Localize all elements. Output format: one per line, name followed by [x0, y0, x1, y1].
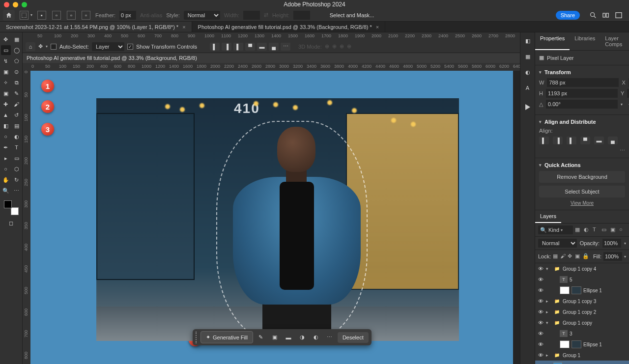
auto-select-checkbox[interactable]	[51, 44, 57, 50]
layer-row[interactable]: 👁▾📁Group 1 copy 4	[535, 263, 629, 274]
search-icon[interactable]	[589, 11, 598, 20]
more-align-icon[interactable]: ⋯	[281, 43, 290, 51]
background-color-swatch[interactable]	[11, 207, 19, 215]
layer-row[interactable]: 👁T5	[535, 274, 629, 285]
blend-mode-select[interactable]: Normal	[538, 239, 577, 248]
intersect-selection-icon[interactable]: ▫	[82, 11, 90, 20]
modify-selection-icon[interactable]: ✎	[255, 332, 267, 343]
adjustments-panel-icon[interactable]: ◐	[523, 68, 532, 77]
doc-tab-1[interactable]: Screenshot 2023-12-21 at 1.55.54 PM.png …	[0, 22, 192, 32]
visibility-toggle-icon[interactable]: 👁	[537, 298, 544, 304]
doc-tab-2[interactable]: Photoshop AI generative fill tutorial.ps…	[192, 22, 386, 32]
more-tools-icon[interactable]: ⋯	[12, 186, 22, 196]
layer-row[interactable]: 👁Ellipse 1	[535, 339, 629, 350]
align-center-h-icon[interactable]: ▐	[553, 137, 563, 144]
lasso-tool-icon[interactable]: ↯	[1, 56, 11, 66]
align-bottom-icon[interactable]: ▄	[269, 43, 279, 51]
arrange-documents-icon[interactable]	[614, 11, 623, 20]
ellipse-shape-tool-icon[interactable]: ○	[1, 164, 11, 174]
ellipse-marquee-tool-icon[interactable]: ◯	[12, 45, 22, 55]
filter-pixel-icon[interactable]: ▦	[575, 226, 582, 233]
layer-row[interactable]: 👁▸📁Group 1	[535, 350, 629, 361]
rectangle-tool-icon[interactable]: ▭	[12, 153, 22, 163]
rotate-view-tool-icon[interactable]: ↻	[12, 175, 22, 185]
visibility-toggle-icon[interactable]: 👁	[537, 352, 544, 358]
align-center-h-icon[interactable]: ▐	[222, 43, 231, 51]
inner-home-icon[interactable]: ⌂	[26, 42, 35, 51]
document-canvas[interactable]: Photoshop AI generative fill tutorial.ps…	[23, 53, 520, 364]
twisty-icon[interactable]: ▸	[546, 353, 551, 358]
fullscreen-window-button[interactable]	[22, 2, 27, 7]
wand-tool-icon[interactable]: ✧	[1, 78, 11, 87]
more-options-icon[interactable]: ⋯	[324, 332, 336, 343]
swatches-panel-icon[interactable]: ▦	[523, 52, 532, 61]
deselect-button[interactable]: Deselect	[338, 332, 369, 343]
lock-transparency-icon[interactable]: ▦	[553, 253, 558, 260]
align-left-icon[interactable]: ▌	[539, 137, 549, 144]
move-tool-icon[interactable]: ✥	[1, 34, 11, 44]
y-input[interactable]	[627, 89, 629, 98]
lock-pixels-icon[interactable]: 🖌	[560, 253, 566, 260]
visibility-toggle-icon[interactable]: 👁	[537, 331, 544, 336]
color-swatches[interactable]	[4, 200, 19, 215]
view-more-link[interactable]: View More	[539, 200, 625, 206]
layer-row[interactable]: 👁▸📁Group 1 copy 3	[535, 296, 629, 307]
add-selection-icon[interactable]: ▫	[52, 11, 61, 20]
visibility-toggle-icon[interactable]: 👁	[537, 266, 544, 272]
color-panel-icon[interactable]: ◧	[523, 36, 532, 45]
frame-tool-icon[interactable]: ▣	[1, 88, 11, 98]
chevron-down-icon[interactable]: ▾	[621, 102, 623, 107]
filter-type-icon[interactable]: T	[593, 226, 600, 233]
show-transform-checkbox[interactable]	[127, 44, 133, 50]
select-and-mask-button[interactable]: Select and Mask...	[330, 12, 374, 18]
subtract-selection-icon[interactable]: ▫	[67, 11, 76, 20]
character-panel-icon[interactable]: A	[523, 84, 532, 92]
path-select-tool-icon[interactable]: ▸	[1, 153, 11, 163]
tool-preset-picker[interactable]: ▾	[19, 11, 32, 20]
align-top-icon[interactable]: ▀	[580, 137, 590, 144]
eraser-tool-icon[interactable]: ◧	[1, 121, 11, 131]
taskbar-drag-handle[interactable]	[196, 332, 198, 343]
more-options-icon[interactable]: ⋯	[539, 147, 625, 154]
opacity-input[interactable]	[602, 239, 621, 248]
twisty-icon[interactable]: ▾	[546, 266, 551, 271]
filter-toggle-icon[interactable]: ○	[619, 226, 626, 233]
align-right-icon[interactable]: ▌	[233, 43, 243, 51]
hand-tool-icon[interactable]: ✋	[1, 175, 11, 185]
healing-tool-icon[interactable]: ✚	[1, 99, 11, 109]
adjustment-icon[interactable]: ◐	[310, 332, 322, 343]
align-middle-icon[interactable]: ▬	[257, 43, 267, 51]
chevron-down-icon[interactable]: ▾	[624, 254, 626, 259]
remove-background-button[interactable]: Remove Background	[539, 171, 625, 183]
polygon-lasso-tool-icon[interactable]: ⬠	[12, 56, 22, 66]
visibility-toggle-icon[interactable]: 👁	[537, 341, 544, 347]
twisty-icon[interactable]: ▸	[546, 299, 551, 304]
filter-shape-icon[interactable]: ▭	[601, 226, 608, 233]
twisty-icon[interactable]: ▸	[546, 309, 551, 314]
crop-tool-icon[interactable]: ⧉	[12, 78, 22, 87]
align-top-icon[interactable]: ▀	[245, 43, 255, 51]
mask-icon[interactable]: ▬	[283, 332, 294, 343]
quick-mask-icon[interactable]: ◻	[6, 218, 16, 228]
invert-selection-icon[interactable]: ▣	[269, 332, 281, 343]
tab-libraries[interactable]: Libraries	[570, 32, 600, 50]
align-right-icon[interactable]: ▌	[567, 137, 576, 144]
align-left-icon[interactable]: ▌	[210, 43, 220, 51]
layer-row[interactable]: 👁T3	[535, 328, 629, 339]
lock-artboard-icon[interactable]: ▣	[575, 253, 580, 260]
blur-tool-icon[interactable]: ○	[1, 132, 11, 141]
chevron-down-icon[interactable]: ▾	[539, 119, 542, 124]
gradient-tool-icon[interactable]: ▤	[12, 121, 22, 131]
align-bottom-icon[interactable]: ▄	[608, 137, 618, 144]
pen-tool-icon[interactable]: ✒	[1, 142, 11, 152]
layer-row[interactable]: 👁▸📁Group 1 copy 2	[535, 307, 629, 317]
object-select-tool-icon[interactable]: ▣	[1, 67, 11, 77]
foreground-color-swatch[interactable]	[4, 200, 12, 208]
chevron-down-icon[interactable]: ▾	[624, 241, 626, 246]
stamp-tool-icon[interactable]: ▲	[1, 110, 11, 120]
chevron-down-icon[interactable]: ▾	[539, 70, 542, 75]
tab-layer-comps[interactable]: Layer Comps	[600, 32, 629, 50]
history-brush-tool-icon[interactable]: ↺	[12, 110, 22, 120]
angle-input[interactable]	[546, 100, 618, 109]
close-tab-icon[interactable]: ×	[376, 24, 379, 30]
